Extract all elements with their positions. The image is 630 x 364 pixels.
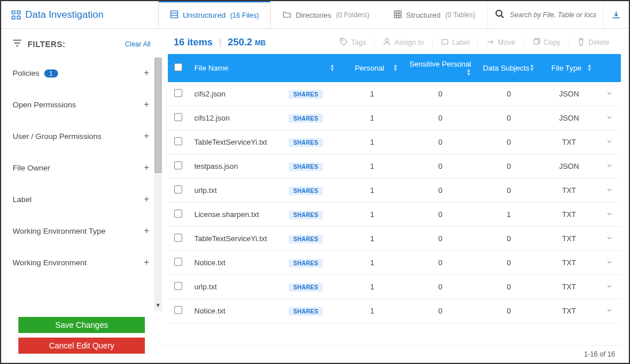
col-subjects[interactable]: Data Subjects ▲▼: [477, 54, 540, 82]
shares-tag: SHARES: [289, 211, 322, 219]
filter-item-label[interactable]: Label +: [9, 183, 160, 215]
expand-row-button[interactable]: [598, 299, 621, 323]
expand-row-button[interactable]: [598, 82, 621, 106]
filters-label: FILTERS:: [28, 40, 66, 49]
scroll-down-icon[interactable]: ▼: [154, 302, 162, 310]
col-personal[interactable]: Personal ▲▼: [340, 54, 404, 82]
row-checkbox[interactable]: [174, 185, 182, 193]
expand-row-button[interactable]: [598, 275, 621, 299]
cell-filename: urlp.txt: [189, 179, 283, 203]
expand-row-button[interactable]: [598, 154, 621, 179]
expand-icon[interactable]: +: [143, 226, 151, 236]
filter-item-file-owner[interactable]: File Owner +: [9, 152, 160, 183]
row-checkbox[interactable]: [174, 161, 182, 169]
search-icon[interactable]: [495, 9, 504, 21]
action-label: Tags: [351, 38, 366, 47]
expand-icon[interactable]: +: [143, 131, 151, 141]
select-all-checkbox[interactable]: [174, 63, 182, 71]
row-checkbox[interactable]: [174, 234, 182, 242]
expand-icon[interactable]: +: [143, 68, 151, 78]
clear-all-button[interactable]: Clear All: [125, 40, 151, 48]
copy-button[interactable]: Copy: [524, 38, 568, 48]
expand-row-button[interactable]: [598, 203, 621, 227]
cell-personal: 1: [340, 203, 404, 227]
cell-subjects: 0: [477, 275, 540, 299]
col-sensitive[interactable]: Sensitive Personal ▲▼: [404, 54, 477, 82]
row-checkbox[interactable]: [174, 306, 182, 314]
expand-icon[interactable]: +: [143, 162, 151, 173]
table-row: urlp.txt SHARES 1 0 0 TXT: [168, 275, 621, 299]
cell-filetype: TXT: [540, 203, 598, 227]
assign-to-button[interactable]: Assign to: [374, 38, 432, 48]
filter-item-working-environment-type[interactable]: Working Environment Type +: [9, 215, 160, 246]
action-label: Label: [452, 38, 470, 47]
filter-item-working-environment[interactable]: Working Environment +: [9, 246, 160, 278]
tab-label: Unstructured: [183, 11, 225, 20]
move-button[interactable]: Move: [478, 38, 524, 48]
expand-row-button[interactable]: [598, 251, 621, 275]
cell-filetype: JSON: [540, 106, 598, 130]
label-icon: [441, 38, 449, 48]
expand-icon[interactable]: +: [143, 99, 151, 110]
download-button[interactable]: [603, 1, 629, 28]
cell-subjects: 1: [477, 203, 540, 227]
tags-button[interactable]: Tags: [332, 38, 374, 48]
row-checkbox[interactable]: [174, 210, 182, 218]
filter-badge: 1: [44, 69, 58, 78]
row-checkbox[interactable]: [174, 89, 182, 97]
table-row: License.sharpen.txt SHARES 1 0 1 TXT: [168, 203, 621, 227]
shares-tag: SHARES: [289, 114, 322, 123]
shares-tag: SHARES: [289, 235, 322, 243]
tab-count: (16 Files): [230, 11, 259, 20]
filter-item-open-permissions[interactable]: Open Permissions +: [9, 88, 160, 120]
table-row: Notice.txt SHARES 1 0 0 TXT: [168, 251, 621, 275]
items-count: 16 items: [174, 37, 213, 48]
sidebar: FILTERS: Clear All Policies1 +Open Permi…: [1, 29, 162, 363]
expand-row-button[interactable]: [598, 130, 621, 154]
cell-subjects: 0: [477, 299, 540, 323]
save-changes-button[interactable]: Save Changes: [18, 317, 145, 333]
row-checkbox[interactable]: [174, 137, 182, 145]
row-checkbox[interactable]: [174, 282, 182, 290]
shares-tag: SHARES: [289, 307, 322, 316]
cell-filename: urlp.txt: [189, 275, 283, 299]
expand-icon[interactable]: +: [143, 194, 151, 204]
scroll-thumb[interactable]: [155, 58, 162, 173]
tab-count: (0 Folders): [336, 11, 370, 19]
structured-icon: [394, 10, 402, 20]
shares-tag: SHARES: [289, 283, 322, 292]
cell-personal: 1: [340, 275, 404, 299]
cell-personal: 1: [340, 130, 404, 154]
cell-filename: testpass.json: [189, 154, 283, 179]
cell-sensitive: 0: [404, 251, 477, 275]
svg-rect-1: [17, 11, 20, 14]
row-checkbox[interactable]: [174, 113, 182, 121]
shares-tag: SHARES: [289, 187, 322, 195]
expand-row-button[interactable]: [598, 106, 621, 130]
expand-row-button[interactable]: [598, 227, 621, 251]
filter-item-user-group-permissions[interactable]: User / Group Permissions +: [9, 120, 160, 152]
app-title-text: Data Investigation: [25, 9, 103, 21]
cell-filename: TableTextServiceYi.txt: [189, 227, 283, 251]
expand-icon[interactable]: +: [143, 257, 151, 268]
filter-icon: [13, 39, 22, 49]
assign-icon: [383, 38, 391, 48]
row-checkbox[interactable]: [174, 258, 182, 266]
cancel-edit-query-button[interactable]: Cancel Edit Query: [18, 338, 145, 354]
cell-filename: cifs12.json: [189, 106, 283, 130]
search-input[interactable]: [510, 11, 596, 19]
col-file-name[interactable]: File Name▲▼: [189, 54, 340, 82]
svg-rect-3: [17, 16, 20, 19]
cell-sensitive: 0: [404, 154, 477, 179]
delete-button[interactable]: Delete: [568, 38, 617, 48]
label-button[interactable]: Label: [432, 38, 478, 48]
tab-directories[interactable]: Directories (0 Folders): [271, 1, 381, 28]
cell-personal: 1: [340, 299, 404, 323]
expand-row-button[interactable]: [598, 179, 621, 203]
filter-item-policies[interactable]: Policies1 +: [9, 57, 160, 88]
tab-unstructured[interactable]: Unstructured (16 Files): [158, 1, 271, 28]
tab-structured[interactable]: Structured (0 Tables): [382, 1, 487, 28]
col-file-type[interactable]: File Type ▲▼: [540, 54, 598, 82]
cell-sensitive: 0: [404, 275, 477, 299]
sidebar-scrollbar[interactable]: ▲ ▼: [154, 57, 162, 311]
